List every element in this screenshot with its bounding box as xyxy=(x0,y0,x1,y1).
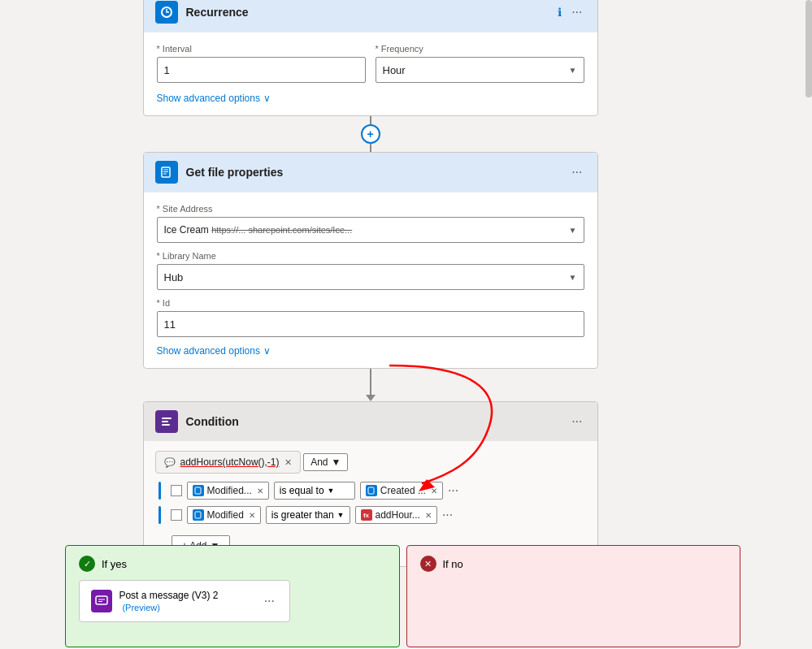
id-label: * Id xyxy=(157,298,584,308)
svg-rect-6 xyxy=(162,421,168,422)
addhour-token[interactable]: fx addHour... ✕ xyxy=(355,506,437,524)
modified-close-1[interactable]: ✕ xyxy=(257,487,263,495)
site-address-label: * Site Address xyxy=(157,204,584,214)
condition-header: Condition ··· xyxy=(144,402,597,441)
op-chevron-2: ▼ xyxy=(337,511,345,519)
interval-input[interactable] xyxy=(157,57,366,83)
frequency-group: * Frequency Hour ▼ xyxy=(376,44,584,83)
cond-left-bar-2 xyxy=(158,506,161,524)
row1-more-btn[interactable]: ··· xyxy=(448,483,458,498)
condition-actions: ··· xyxy=(568,413,585,431)
condition-icon xyxy=(155,410,178,433)
interval-group: * Interval xyxy=(157,44,366,83)
yes-check-icon: ✓ xyxy=(79,556,95,572)
library-name-value: Hub xyxy=(164,271,569,283)
id-group: * Id xyxy=(157,298,584,337)
svg-rect-8 xyxy=(195,487,201,494)
connector-line-1 xyxy=(370,116,371,124)
addhour-close[interactable]: ✕ xyxy=(425,511,432,520)
scrollbar-thumb[interactable] xyxy=(805,0,812,97)
site-address-chevron: ▼ xyxy=(569,226,577,235)
expr-bubble: 💬 addHours(utcNow(),-1) ✕ xyxy=(155,451,301,474)
get-file-card: Get file properties ··· * Site Address I… xyxy=(143,152,598,369)
svg-rect-9 xyxy=(368,487,374,494)
interval-label: * Interval xyxy=(157,44,366,54)
modified-token-2[interactable]: Modified ✕ xyxy=(187,506,261,524)
get-file-more-btn[interactable]: ··· xyxy=(568,163,585,181)
op-label-2: is greater than xyxy=(271,509,334,521)
and-badge[interactable]: And ▼ xyxy=(303,453,348,471)
modified-label-1: Modified... xyxy=(207,485,252,496)
recurrence-card: Recurrence ℹ ··· * Interval * Frequency xyxy=(143,0,598,116)
expr-text: addHours(utcNow(),-1) xyxy=(180,456,280,468)
cond-checkbox-1[interactable] xyxy=(171,485,182,496)
modified-token-icon-1 xyxy=(193,485,204,496)
frequency-select[interactable]: Hour ▼ xyxy=(376,57,584,83)
connector-arrow-1 xyxy=(366,369,376,401)
post-message-icon xyxy=(91,590,112,612)
modified-label-2: Modified xyxy=(207,509,244,521)
created-label: Created ... xyxy=(380,485,426,496)
cond-left-bar xyxy=(158,482,161,500)
recurrence-title: Recurrence xyxy=(186,6,558,19)
if-no-label: If no xyxy=(443,558,463,570)
svg-rect-7 xyxy=(162,424,170,426)
condition-row-2: Modified ✕ is greater than ▼ fx xyxy=(155,506,586,524)
id-input[interactable] xyxy=(157,311,584,337)
recurrence-form-row: * Interval * Frequency Hour ▼ xyxy=(157,44,584,83)
site-addr-url: https://... sharepoint.com/sites/Ice... xyxy=(211,225,352,235)
get-file-show-advanced-label: Show advanced options xyxy=(157,345,260,357)
created-token[interactable]: Created ... ✕ xyxy=(360,482,443,500)
post-message-subtitle: (Preview) xyxy=(122,603,159,612)
addhour-label: addHour... xyxy=(376,509,420,521)
library-name-label: * Library Name xyxy=(157,251,584,261)
arrow-line-1 xyxy=(370,369,371,395)
get-file-title: Get file properties xyxy=(186,166,569,179)
frequency-label: * Frequency xyxy=(376,44,584,54)
get-file-actions: ··· xyxy=(568,163,585,181)
library-name-group: * Library Name Hub ▼ xyxy=(157,251,584,290)
get-file-body: * Site Address Ice Cream https://... sha… xyxy=(144,193,597,368)
frequency-chevron: ▼ xyxy=(569,66,577,75)
connector-line-1b xyxy=(370,144,371,152)
modified-token-icon-2 xyxy=(193,509,204,521)
recurrence-body: * Interval * Frequency Hour ▼ Show a xyxy=(144,32,597,115)
addhour-token-icon: fx xyxy=(361,509,372,521)
expr-close-btn[interactable]: ✕ xyxy=(284,457,292,468)
site-addr-main: Ice Cream xyxy=(164,224,212,236)
library-name-chevron: ▼ xyxy=(569,273,577,282)
scrollbar[interactable] xyxy=(805,0,812,649)
site-address-value: Ice Cream https://... sharepoint.com/sit… xyxy=(164,224,569,236)
get-file-icon xyxy=(155,161,178,184)
no-x-icon: ✕ xyxy=(420,556,436,572)
recurrence-header: Recurrence ℹ ··· xyxy=(144,0,597,32)
post-message-more-btn[interactable]: ··· xyxy=(261,592,278,610)
expr-comment-icon: 💬 xyxy=(164,457,176,468)
created-token-icon xyxy=(366,485,377,496)
recurrence-show-advanced[interactable]: Show advanced options ∨ xyxy=(157,93,584,104)
op-select-2[interactable]: is greater than ▼ xyxy=(266,506,350,524)
op-select-1[interactable]: is equal to ▼ xyxy=(274,482,355,500)
modified-token-1[interactable]: Modified... ✕ xyxy=(187,482,269,500)
op-chevron-1: ▼ xyxy=(328,487,335,495)
info-icon[interactable]: ℹ xyxy=(558,6,562,19)
cond-checkbox-2[interactable] xyxy=(171,509,182,521)
recurrence-more-btn[interactable]: ··· xyxy=(568,3,585,21)
svg-rect-5 xyxy=(162,418,172,419)
get-file-show-advanced[interactable]: Show advanced options ∨ xyxy=(157,345,584,357)
condition-title: Condition xyxy=(186,415,569,428)
modified-close-2[interactable]: ✕ xyxy=(249,511,255,520)
site-address-select[interactable]: Ice Cream https://... sharepoint.com/sit… xyxy=(157,217,584,243)
fx-label: fx xyxy=(363,512,369,519)
condition-more-btn[interactable]: ··· xyxy=(568,413,585,431)
get-file-show-advanced-chevron: ∨ xyxy=(263,345,271,357)
created-close[interactable]: ✕ xyxy=(431,487,437,495)
library-name-select[interactable]: Hub ▼ xyxy=(157,264,584,290)
add-step-btn-1[interactable]: + xyxy=(361,124,380,144)
post-message-card: Post a message (V3) 2 (Preview) ··· xyxy=(79,580,290,622)
row2-more-btn[interactable]: ··· xyxy=(442,508,453,522)
op-label-1: is equal to xyxy=(280,485,324,496)
arrow-head-1 xyxy=(366,395,376,401)
post-message-title: Post a message (V3) 2 xyxy=(119,590,218,601)
recurrence-actions: ℹ ··· xyxy=(558,3,585,21)
